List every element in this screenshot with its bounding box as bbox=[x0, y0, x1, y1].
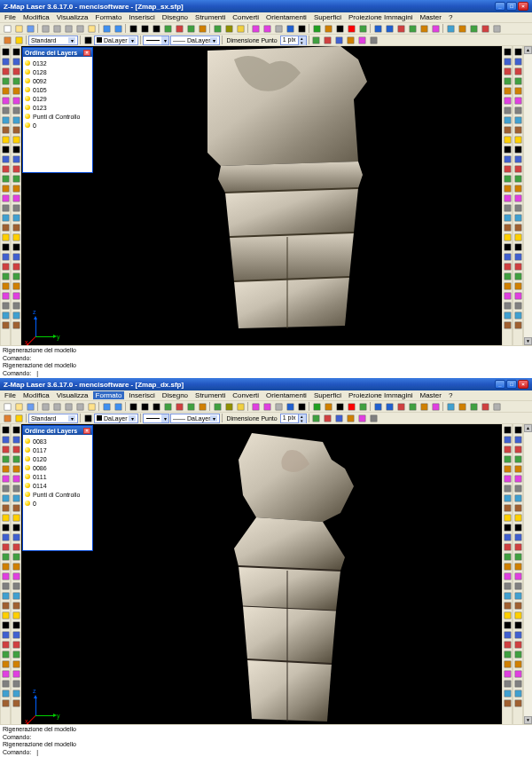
set-icon[interactable] bbox=[491, 402, 502, 412]
menu-superfici[interactable]: Superfici bbox=[311, 13, 344, 21]
ang-icon[interactable] bbox=[1, 562, 10, 572]
v-bot-icon[interactable] bbox=[503, 474, 512, 484]
polar-icon[interactable] bbox=[503, 611, 512, 620]
exp-icon[interactable] bbox=[480, 24, 490, 34]
menu-strumenti[interactable]: Strumenti bbox=[192, 391, 228, 399]
arc-icon[interactable] bbox=[1, 493, 10, 503]
scrollbar-vertical[interactable]: ▲ ▼ bbox=[523, 46, 532, 345]
mirror-icon[interactable] bbox=[1, 620, 10, 630]
v-iso2-icon[interactable] bbox=[513, 115, 522, 125]
rot-icon[interactable] bbox=[197, 24, 207, 34]
sel-p-icon[interactable] bbox=[1, 86, 10, 96]
v-top-icon[interactable] bbox=[503, 464, 512, 474]
light-icon[interactable] bbox=[235, 24, 246, 34]
snap-e-icon[interactable] bbox=[503, 503, 512, 513]
tex-icon[interactable] bbox=[357, 24, 368, 34]
menu-proiezione-immagini[interactable]: Proiezione Immagini bbox=[346, 391, 415, 399]
clip-icon[interactable] bbox=[40, 402, 51, 412]
spline-icon[interactable] bbox=[1, 145, 10, 154]
pline-icon[interactable] bbox=[1, 106, 10, 115]
snap-c-icon[interactable] bbox=[503, 523, 512, 532]
menu-file[interactable]: File bbox=[2, 13, 19, 21]
orbit-icon[interactable] bbox=[212, 24, 223, 34]
hide-icon[interactable] bbox=[503, 669, 512, 679]
close-button[interactable]: × bbox=[518, 2, 528, 11]
arc-icon[interactable] bbox=[12, 115, 20, 125]
line-icon[interactable] bbox=[12, 474, 20, 484]
trim-icon[interactable] bbox=[1, 262, 10, 272]
circle-icon[interactable] bbox=[1, 503, 10, 513]
layers-panel[interactable]: Ordine dei Layers × 00830117012000860111… bbox=[22, 425, 93, 551]
opt2-icon[interactable] bbox=[323, 35, 333, 45]
snap-q-icon[interactable] bbox=[513, 572, 522, 581]
sel-p-icon[interactable] bbox=[12, 464, 20, 474]
dim-icon[interactable] bbox=[12, 174, 20, 184]
prj-icon[interactable] bbox=[457, 402, 467, 412]
orbit-icon[interactable] bbox=[212, 402, 223, 412]
move-icon[interactable] bbox=[12, 213, 20, 223]
undo-icon[interactable] bbox=[101, 24, 112, 34]
prj-icon[interactable] bbox=[457, 24, 467, 34]
clip-icon[interactable] bbox=[40, 24, 51, 34]
pline-icon[interactable] bbox=[12, 484, 20, 493]
menu-?[interactable]: ? bbox=[446, 391, 455, 399]
wire-icon[interactable] bbox=[503, 281, 512, 291]
shade-icon[interactable] bbox=[273, 402, 284, 412]
grid-icon[interactable] bbox=[513, 581, 522, 591]
opt4-icon[interactable] bbox=[346, 35, 356, 45]
sel-l-icon[interactable] bbox=[1, 76, 10, 86]
fil-icon[interactable] bbox=[1, 281, 10, 291]
al1-icon[interactable] bbox=[372, 24, 383, 34]
layer-icon[interactable] bbox=[2, 35, 12, 45]
cursor-icon[interactable] bbox=[12, 47, 20, 57]
scrollbar-vertical[interactable]: ▲ ▼ bbox=[523, 424, 532, 724]
minimize-button[interactable]: _ bbox=[495, 2, 505, 11]
menu-converti[interactable]: Converti bbox=[230, 13, 262, 21]
menu-orientamenti[interactable]: Orientamenti bbox=[263, 391, 309, 399]
lw-icon[interactable] bbox=[513, 252, 522, 262]
menu-file[interactable]: File bbox=[2, 391, 19, 399]
layer-row[interactable]: Punti di Controllo bbox=[25, 490, 90, 499]
layer-row[interactable]: 0111 bbox=[25, 472, 90, 481]
trim-icon[interactable] bbox=[12, 640, 20, 650]
pan-icon[interactable] bbox=[151, 402, 161, 412]
opt6-icon[interactable] bbox=[369, 35, 379, 45]
model-icon[interactable] bbox=[503, 262, 512, 272]
layer-icon[interactable] bbox=[1, 698, 10, 708]
vp-icon[interactable] bbox=[503, 320, 512, 330]
rect-icon[interactable] bbox=[1, 513, 10, 523]
v-bot-icon[interactable] bbox=[513, 474, 522, 484]
reg-icon[interactable] bbox=[311, 24, 322, 34]
osnap-icon[interactable] bbox=[503, 601, 512, 611]
layer-row[interactable]: 0120 bbox=[25, 454, 90, 463]
menu-superfici[interactable]: Superfici bbox=[311, 391, 344, 399]
v-front-icon[interactable] bbox=[503, 425, 512, 435]
circle-icon[interactable] bbox=[12, 125, 20, 135]
v-top-icon[interactable] bbox=[503, 86, 512, 96]
menu-formato[interactable]: Formato bbox=[93, 391, 125, 399]
layer-row[interactable]: 0132 bbox=[25, 59, 90, 67]
scale-icon[interactable] bbox=[1, 611, 10, 620]
viewport-3d[interactable]: Ordine dei Layers × 01320128009201050129… bbox=[21, 46, 502, 345]
open-icon[interactable] bbox=[13, 24, 24, 34]
menu-master[interactable]: Master bbox=[418, 391, 444, 399]
menu-inserisci[interactable]: Inserisci bbox=[126, 391, 157, 399]
snap-e-icon[interactable] bbox=[513, 125, 522, 135]
set-icon[interactable] bbox=[491, 24, 502, 34]
layer-row[interactable]: Punti di Controllo bbox=[25, 112, 90, 121]
text-icon[interactable] bbox=[1, 164, 10, 174]
fil-icon[interactable] bbox=[12, 659, 20, 669]
rot-icon[interactable] bbox=[12, 601, 20, 611]
scroll-down-button[interactable]: ▼ bbox=[524, 337, 532, 345]
snap-m-icon[interactable] bbox=[503, 513, 512, 523]
move-icon[interactable] bbox=[12, 591, 20, 601]
move-icon[interactable] bbox=[1, 591, 10, 601]
fit-icon[interactable] bbox=[185, 402, 196, 412]
v-bot-icon[interactable] bbox=[503, 96, 512, 106]
v-front-icon[interactable] bbox=[513, 47, 522, 57]
snap-c-icon[interactable] bbox=[513, 523, 522, 532]
lw-icon[interactable] bbox=[503, 252, 512, 262]
v-left-icon[interactable] bbox=[513, 445, 522, 454]
bulb-icon[interactable] bbox=[13, 414, 24, 423]
line-icon[interactable] bbox=[1, 474, 10, 484]
